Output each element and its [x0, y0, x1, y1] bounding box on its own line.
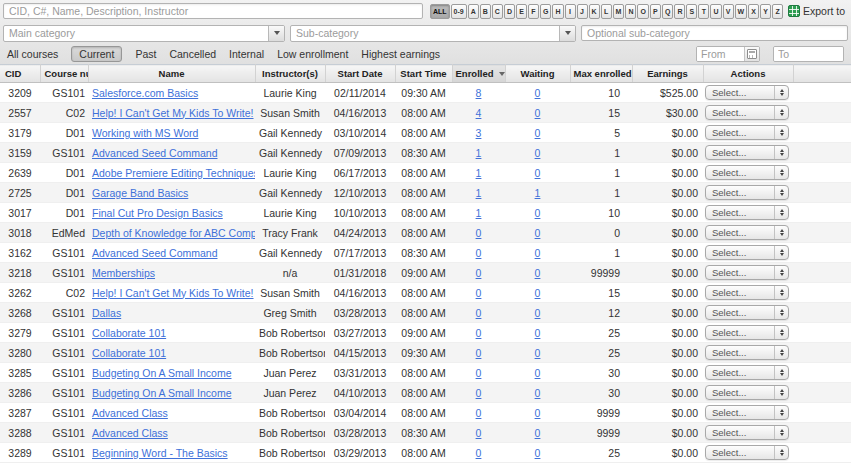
tab-highest-earnings[interactable]: Highest earnings [361, 47, 440, 61]
alpha-button-r[interactable]: R [674, 4, 685, 19]
actions-select[interactable]: Select... [705, 205, 789, 220]
enrolled-link[interactable]: 1 [476, 147, 482, 159]
course-name-link[interactable]: Advanced Seed Command [92, 247, 218, 259]
alpha-button-p[interactable]: P [650, 4, 661, 19]
column-header-start-time[interactable]: Start Time [395, 65, 452, 83]
course-name-link[interactable]: Advanced Class [92, 407, 168, 419]
column-header-course-numbe[interactable]: Course numbe [40, 65, 88, 83]
column-header-name[interactable]: Name [88, 65, 255, 83]
course-name-link[interactable]: Dallas [92, 307, 121, 319]
alpha-button-f[interactable]: F [528, 4, 539, 19]
to-date-field[interactable] [773, 46, 844, 62]
course-name-link[interactable]: Adobe Premiere Editing Techniques [92, 167, 255, 179]
alpha-button-n[interactable]: N [625, 4, 636, 19]
waiting-link[interactable]: 0 [535, 267, 541, 279]
waiting-link[interactable]: 0 [535, 407, 541, 419]
main-category-select[interactable]: Main category [3, 25, 285, 42]
column-header-cid[interactable]: CID [0, 65, 40, 83]
alpha-button-o[interactable]: O [637, 4, 648, 19]
enrolled-link[interactable]: 0 [476, 447, 482, 459]
enrolled-link[interactable]: 0 [476, 347, 482, 359]
enrolled-link[interactable]: 0 [476, 227, 482, 239]
actions-select[interactable]: Select... [705, 185, 789, 200]
waiting-link[interactable]: 0 [535, 247, 541, 259]
actions-select[interactable]: Select... [705, 425, 789, 440]
tab-past[interactable]: Past [135, 47, 156, 61]
from-date-input[interactable] [697, 47, 744, 61]
actions-select[interactable]: Select... [705, 105, 789, 120]
enrolled-link[interactable]: 0 [476, 327, 482, 339]
alpha-button-z[interactable]: Z [772, 4, 783, 19]
enrolled-link[interactable]: 0 [476, 307, 482, 319]
alpha-button-i[interactable]: I [565, 4, 576, 19]
course-name-link[interactable]: Final Cut Pro Design Basics [92, 207, 223, 219]
actions-select[interactable]: Select... [705, 445, 789, 460]
actions-select[interactable]: Select... [705, 85, 789, 100]
actions-select[interactable]: Select... [705, 125, 789, 140]
course-name-link[interactable]: Collaborate 101 [92, 347, 166, 359]
tab-cancelled[interactable]: Cancelled [169, 47, 216, 61]
waiting-link[interactable]: 0 [535, 287, 541, 299]
actions-select[interactable]: Select... [705, 165, 789, 180]
tab-all-courses[interactable]: All courses [7, 47, 58, 61]
column-header-enrolled[interactable]: Enrolled [452, 65, 505, 83]
alpha-button-b[interactable]: B [480, 4, 491, 19]
alpha-button-d[interactable]: D [504, 4, 515, 19]
actions-select[interactable]: Select... [705, 325, 789, 340]
enrolled-link[interactable]: 0 [476, 427, 482, 439]
alpha-button-t[interactable]: T [698, 4, 709, 19]
tab-low-enrollment[interactable]: Low enrollment [277, 47, 348, 61]
waiting-link[interactable]: 0 [535, 387, 541, 399]
course-name-link[interactable]: Collaborate 101 [92, 327, 166, 339]
alpha-button-v[interactable]: V [723, 4, 734, 19]
alpha-button-all[interactable]: ALL [430, 4, 450, 19]
waiting-link[interactable]: 0 [535, 447, 541, 459]
actions-select[interactable]: Select... [705, 145, 789, 160]
enrolled-link[interactable]: 4 [476, 107, 482, 119]
alpha-button-c[interactable]: C [492, 4, 503, 19]
course-name-link[interactable]: Depth of Knowledge for ABC Company [92, 227, 255, 239]
alpha-button-q[interactable]: Q [662, 4, 673, 19]
course-name-link[interactable]: Memberships [92, 267, 155, 279]
course-name-link[interactable]: Beginning Word - The Basics [92, 447, 228, 459]
course-name-link[interactable]: Advanced Seed Command [92, 147, 218, 159]
enrolled-link[interactable]: 8 [476, 87, 482, 99]
sub-category-select[interactable]: Sub-category [290, 25, 576, 42]
actions-select[interactable]: Select... [705, 225, 789, 240]
export-control[interactable]: Export to ex [788, 5, 848, 17]
export-link[interactable]: Export to ex [803, 5, 848, 17]
course-name-link[interactable]: Budgeting On A Small Income [92, 367, 232, 379]
enrolled-link[interactable]: 0 [476, 247, 482, 259]
tab-internal[interactable]: Internal [229, 47, 264, 61]
waiting-link[interactable]: 0 [535, 87, 541, 99]
actions-select[interactable]: Select... [705, 385, 789, 400]
enrolled-link[interactable]: 0 [476, 367, 482, 379]
waiting-link[interactable]: 0 [535, 127, 541, 139]
alpha-button-g[interactable]: G [540, 4, 551, 19]
waiting-link[interactable]: 1 [535, 187, 541, 199]
alpha-button-j[interactable]: J [577, 4, 588, 19]
column-header-earnings[interactable]: Earnings [632, 65, 703, 83]
to-date-input[interactable] [774, 47, 843, 61]
enrolled-link[interactable]: 0 [476, 267, 482, 279]
course-name-link[interactable]: Budgeting On A Small Income [92, 387, 232, 399]
waiting-link[interactable]: 0 [535, 227, 541, 239]
alpha-button-w[interactable]: W [735, 4, 748, 19]
actions-select[interactable]: Select... [705, 305, 789, 320]
course-name-link[interactable]: Garage Band Basics [92, 187, 188, 199]
course-name-link[interactable]: Advanced Class [92, 427, 168, 439]
waiting-link[interactable]: 0 [535, 147, 541, 159]
alpha-button-m[interactable]: M [613, 4, 625, 19]
alpha-button-s[interactable]: S [686, 4, 697, 19]
alpha-button-u[interactable]: U [710, 4, 721, 19]
waiting-link[interactable]: 0 [535, 307, 541, 319]
alpha-button-k[interactable]: K [589, 4, 600, 19]
enrolled-link[interactable]: 1 [476, 187, 482, 199]
course-name-link[interactable]: Working with MS Word [92, 127, 198, 139]
actions-select[interactable]: Select... [705, 285, 789, 300]
column-header-start-date[interactable]: Start Date [325, 65, 395, 83]
waiting-link[interactable]: 0 [535, 167, 541, 179]
calendar-button[interactable] [744, 47, 759, 61]
search-input[interactable] [3, 3, 423, 19]
enrolled-link[interactable]: 3 [476, 127, 482, 139]
